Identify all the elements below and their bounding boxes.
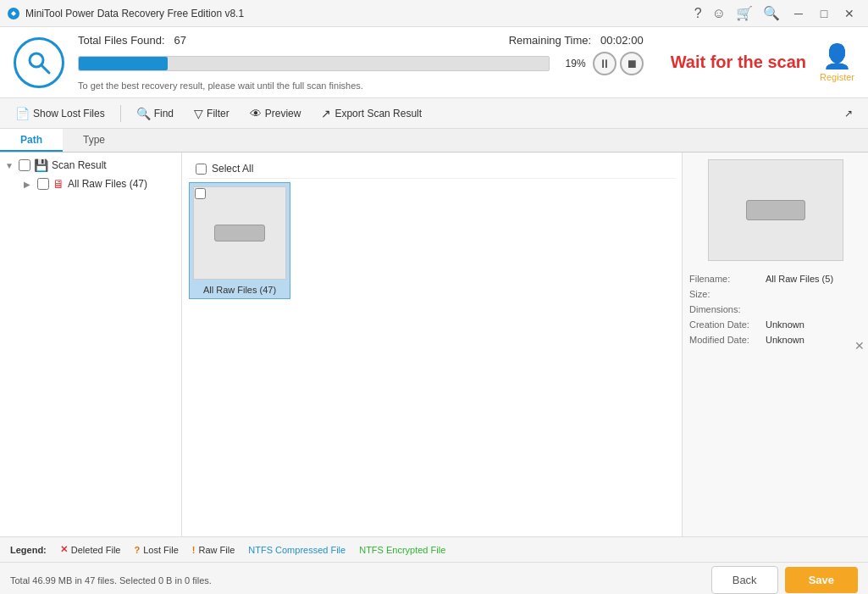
lost-label: Lost File xyxy=(143,545,179,555)
dimensions-key: Dimensions: xyxy=(689,304,766,314)
all-raw-files-checkbox[interactable] xyxy=(37,178,49,190)
left-panel: ▼ 💾 Scan Result ▶ 🖥 All Raw Files (47) xyxy=(0,153,182,536)
lost-files-icon: 📄 xyxy=(15,107,30,120)
size-key: Size: xyxy=(689,289,766,299)
detail-filename: Filename: All Raw Files (5) xyxy=(689,271,861,286)
ntfs-compressed-label: NTFS Compressed File xyxy=(248,545,346,555)
register-button[interactable]: 👤 Register xyxy=(820,42,854,82)
filter-button[interactable]: ▽ Filter xyxy=(185,103,238,124)
tab-path[interactable]: Path xyxy=(0,129,63,152)
pause-button[interactable]: ⏸ xyxy=(593,52,616,75)
legend-deleted: ✕ Deleted File xyxy=(60,544,121,555)
export-icon: ↗ xyxy=(321,107,331,120)
scan-icon-circle xyxy=(14,37,64,88)
total-files-value: 67 xyxy=(174,34,185,47)
wait-text: Wait for the scan xyxy=(671,53,806,72)
creation-val: Unknown xyxy=(766,319,804,330)
file-thumbnail-all-raw[interactable]: ! All Raw Files (47) xyxy=(189,182,290,299)
progress-percent: 19% xyxy=(556,58,586,69)
modified-key: Modified Date: xyxy=(689,335,766,345)
preview-hdd-icon xyxy=(746,200,805,220)
preview-button[interactable]: 👁 Preview xyxy=(241,103,310,124)
progress-row: 19% ⏸ ⏹ xyxy=(78,52,644,75)
filter-label: Filter xyxy=(207,108,229,119)
app-title: MiniTool Power Data Recovery Free Editio… xyxy=(25,8,694,19)
thumb-label: All Raw Files (47) xyxy=(203,285,276,295)
help-icon[interactable]: ? xyxy=(694,6,702,21)
expand-icon: ▼ xyxy=(5,161,15,170)
modified-val: Unknown xyxy=(766,335,804,345)
total-files-stat: Total Files Found: 67 xyxy=(78,34,186,47)
select-all-row: Select All xyxy=(189,159,675,179)
thumb-image: ! xyxy=(193,186,286,280)
find-icon: 🔍 xyxy=(136,107,151,120)
header-hint: To get the best recovery result, please … xyxy=(78,80,644,91)
all-raw-files-label: All Raw Files (47) xyxy=(68,178,176,190)
preview-image xyxy=(708,159,843,261)
file-details: Filename: All Raw Files (5) Size: Dimens… xyxy=(689,271,861,347)
remaining-time-label: Remaining Time: xyxy=(509,34,592,47)
close-button[interactable]: ✕ xyxy=(838,2,861,25)
stop-button[interactable]: ⏹ xyxy=(620,52,644,75)
progress-buttons: ⏸ ⏹ xyxy=(593,52,644,75)
filename-val: All Raw Files (5) xyxy=(766,274,833,284)
thumb-checkbox[interactable] xyxy=(195,188,206,199)
find-button[interactable]: 🔍 Find xyxy=(128,103,182,124)
toolbar: 📄 Show Lost Files 🔍 Find ▽ Filter 👁 Prev… xyxy=(0,98,868,129)
register-label: Register xyxy=(820,72,854,82)
deleted-icon: ✕ xyxy=(60,544,68,555)
detail-modified: Modified Date: Unknown xyxy=(689,332,861,347)
filename-key: Filename: xyxy=(689,274,766,284)
cart-icon[interactable]: 🛒 xyxy=(736,5,753,21)
share-button[interactable]: ↗ xyxy=(836,104,861,123)
maximize-button[interactable]: □ xyxy=(812,2,836,25)
preview-icon: 👁 xyxy=(250,107,262,120)
tab-bar: Path Type xyxy=(0,129,868,153)
remaining-time-value: 00:02:00 xyxy=(600,34,644,47)
show-lost-files-button[interactable]: 📄 Show Lost Files xyxy=(7,103,113,124)
expand-icon-raw: ▶ xyxy=(24,180,34,189)
legend-ntfs-encrypted: NTFS Encrypted File xyxy=(359,545,445,555)
tree-item-all-raw-files[interactable]: ▶ 🖥 All Raw Files (47) xyxy=(0,175,181,193)
detail-size: Size: xyxy=(689,286,861,302)
select-all-checkbox[interactable] xyxy=(196,164,207,175)
filter-icon: ▽ xyxy=(194,107,203,120)
legend-ntfs-compressed: NTFS Compressed File xyxy=(248,545,346,555)
tab-type[interactable]: Type xyxy=(63,129,125,152)
detail-creation: Creation Date: Unknown xyxy=(689,317,861,332)
back-button[interactable]: Back xyxy=(711,566,778,594)
remaining-time-stat: Remaining Time: 00:02:00 xyxy=(509,34,644,47)
search-icon[interactable]: 🔍 xyxy=(763,5,780,21)
scan-result-label: Scan Result xyxy=(52,159,176,171)
progress-bar-fill xyxy=(79,57,168,70)
bottom-info: Total 46.99 MB in 47 files. Selected 0 B… xyxy=(10,575,705,586)
app-icon xyxy=(7,7,20,20)
legend-lost: ? Lost File xyxy=(134,545,178,555)
legend-bar: Legend: ✕ Deleted File ? Lost File ! Raw… xyxy=(0,536,868,562)
title-bar: MiniTool Power Data Recovery Free Editio… xyxy=(0,0,868,27)
window-controls: ─ □ ✕ xyxy=(787,2,861,25)
detail-dimensions: Dimensions: xyxy=(689,302,861,317)
toolbar-separator xyxy=(120,105,121,122)
ntfs-encrypted-label: NTFS Encrypted File xyxy=(359,545,445,555)
scan-result-icon: 💾 xyxy=(34,158,48,172)
main-content: Path Type ▼ 💾 Scan Result ▶ 🖥 All Raw Fi… xyxy=(0,129,868,536)
raw-icon: ! xyxy=(192,545,196,555)
save-button[interactable]: Save xyxy=(785,567,858,593)
feedback-icon[interactable]: ☺ xyxy=(712,6,726,21)
hdd-icon xyxy=(214,225,265,241)
tree-item-scan-result[interactable]: ▼ 💾 Scan Result xyxy=(0,156,181,175)
scan-result-checkbox[interactable] xyxy=(19,159,30,171)
minimize-button[interactable]: ─ xyxy=(787,2,810,25)
header: Total Files Found: 67 Remaining Time: 00… xyxy=(0,27,868,98)
lost-icon: ? xyxy=(134,545,140,555)
export-scan-button[interactable]: ↗ Export Scan Result xyxy=(312,103,430,124)
raw-files-icon: 🖥 xyxy=(53,177,64,191)
export-scan-label: Export Scan Result xyxy=(334,108,422,119)
find-label: Find xyxy=(154,108,174,119)
raw-label: Raw File xyxy=(198,545,235,555)
register-icon: 👤 xyxy=(822,42,852,70)
legend-raw: ! Raw File xyxy=(192,545,235,555)
close-panel-button[interactable]: ✕ xyxy=(854,339,865,353)
right-panel: ✕ Filename: All Raw Files (5) Size: Dime… xyxy=(682,153,868,536)
